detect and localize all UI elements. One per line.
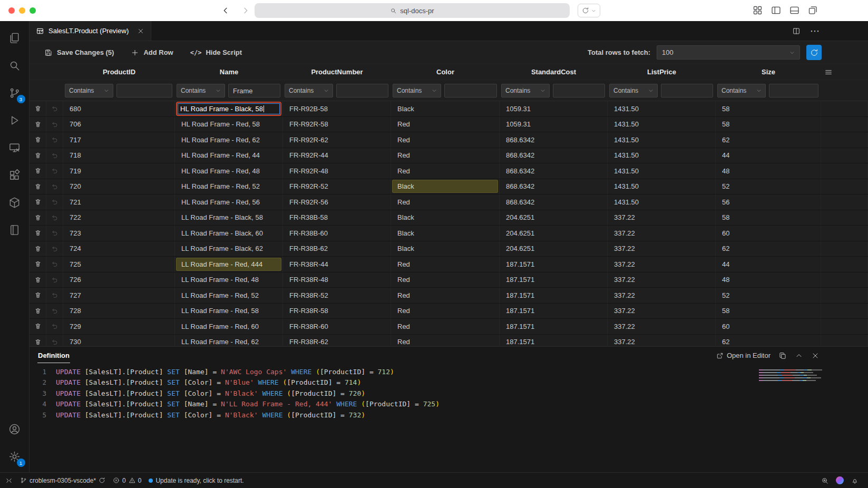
cell-name[interactable]: HL Road Frame - Red, 62 <box>175 132 283 148</box>
filter-operator-dropdown[interactable]: Contains <box>501 84 550 97</box>
extensions-grid-icon[interactable] <box>752 5 763 16</box>
cell-productnumber[interactable]: FR-R38B-62 <box>283 241 391 257</box>
cell-listprice[interactable]: 337.22 <box>608 304 716 319</box>
undo-row-button[interactable] <box>46 132 63 148</box>
table-row[interactable]: 724 LL Road Frame - Black, 62 FR-R38B-62… <box>30 241 868 257</box>
table-row[interactable]: 717 HL Road Frame - Red, 62 FR-R92R-62 R… <box>30 132 868 148</box>
minimize-window-button[interactable] <box>19 7 25 14</box>
cell-standardcost[interactable]: 187.1571 <box>500 335 608 347</box>
delete-row-button[interactable] <box>30 132 46 148</box>
cell-listprice[interactable]: 337.22 <box>608 210 716 226</box>
delete-row-button[interactable] <box>30 257 46 272</box>
table-row[interactable]: 729 LL Road Frame - Red, 60 FR-R38R-60 R… <box>30 319 868 335</box>
split-editor-icon[interactable] <box>792 27 801 35</box>
zoom-icon[interactable] <box>821 477 828 484</box>
cell-size[interactable]: 58 <box>716 117 821 132</box>
branch-indicator[interactable]: croblesm-0305-vscode* <box>20 477 105 484</box>
filter-input-size[interactable] <box>769 84 818 97</box>
cell-productid[interactable]: 722 <box>63 210 175 226</box>
run-debug-icon[interactable] <box>0 106 30 134</box>
cell-color[interactable]: Red <box>391 132 500 148</box>
cell-productnumber[interactable]: FR-R92R-44 <box>283 148 391 163</box>
cell-color[interactable]: Black <box>391 226 500 241</box>
browser-address-bar[interactable]: sql-docs-pr <box>255 3 570 18</box>
table-row[interactable]: 706 HL Road Frame - Red, 58 FR-R92R-58 R… <box>30 117 868 133</box>
more-actions-icon[interactable]: ⋯ <box>810 26 820 36</box>
delete-row-button[interactable] <box>30 163 46 179</box>
cell-listprice[interactable]: 337.22 <box>608 335 716 347</box>
cell-productnumber[interactable]: FR-R92R-62 <box>283 132 391 148</box>
fullscreen-window-button[interactable] <box>30 7 36 14</box>
extensions-icon[interactable] <box>0 161 30 189</box>
table-row[interactable]: 728 LL Road Frame - Red, 58 FR-R38R-58 R… <box>30 304 868 319</box>
chevron-up-icon[interactable] <box>795 352 803 360</box>
cell-productid[interactable]: 730 <box>63 335 175 347</box>
cell-listprice[interactable]: 337.22 <box>608 241 716 257</box>
remote-indicator[interactable] <box>5 477 13 484</box>
source-control-icon[interactable]: 3 <box>0 79 30 106</box>
cell-productid[interactable]: 727 <box>63 288 175 303</box>
cell-size[interactable]: 60 <box>716 226 821 241</box>
cell-color[interactable]: Red <box>391 117 500 132</box>
notebooks-icon[interactable] <box>0 216 30 243</box>
bell-icon[interactable] <box>851 477 859 484</box>
cell-color[interactable]: Red <box>391 288 500 303</box>
save-changes-button[interactable]: Save Changes (5) <box>44 48 114 57</box>
search-icon[interactable] <box>0 52 30 79</box>
tab-definition[interactable]: Definition <box>37 348 70 363</box>
filter-input-name[interactable] <box>228 84 280 97</box>
cell-listprice[interactable]: 337.22 <box>608 288 716 303</box>
table-row[interactable]: 718 HL Road Frame - Red, 44 FR-R92R-44 R… <box>30 148 868 164</box>
undo-row-button[interactable] <box>46 335 63 347</box>
cell-color[interactable]: Red <box>391 272 500 288</box>
delete-row-button[interactable] <box>30 288 46 303</box>
open-in-editor-button[interactable]: Open in Editor <box>716 352 771 359</box>
undo-row-button[interactable] <box>46 226 63 241</box>
cell-standardcost[interactable]: 868.6342 <box>500 194 608 210</box>
filter-input-color[interactable] <box>444 84 497 97</box>
filter-operator-dropdown[interactable]: Contains <box>285 84 333 97</box>
cell-size[interactable]: 62 <box>716 132 821 148</box>
cell-standardcost[interactable]: 187.1571 <box>500 319 608 334</box>
delete-row-button[interactable] <box>30 148 46 163</box>
cell-standardcost[interactable]: 868.6342 <box>500 132 608 148</box>
table-row[interactable]: 730 LL Road Frame - Red, 62 FR-R38R-62 R… <box>30 335 868 347</box>
column-menu-icon[interactable] <box>824 68 833 76</box>
hide-script-button[interactable]: </> Hide Script <box>190 48 242 56</box>
cell-productid[interactable]: 724 <box>63 241 175 257</box>
filter-operator-dropdown[interactable]: Contains <box>177 84 225 97</box>
table-row[interactable]: 727 LL Road Frame - Red, 52 FR-R38R-52 R… <box>30 288 868 304</box>
tab-salesltproduct[interactable]: SalesLT.Product (Preview) <box>30 21 151 41</box>
cell-name[interactable]: LL Road Frame - Black, 62 <box>175 241 283 257</box>
cell-color[interactable]: Black <box>391 241 500 257</box>
undo-row-button[interactable] <box>46 257 63 272</box>
delete-row-button[interactable] <box>30 319 46 334</box>
delete-row-button[interactable] <box>30 304 46 319</box>
downloads-icon[interactable] <box>789 5 800 16</box>
forward-icon[interactable] <box>239 4 252 17</box>
cell-standardcost[interactable]: 1059.31 <box>500 117 608 132</box>
cell-name[interactable]: HL Road Frame - Red, 48 <box>175 163 283 179</box>
update-indicator[interactable]: Update is ready, click to restart. <box>149 477 243 484</box>
cell-standardcost[interactable]: 187.1571 <box>500 288 608 303</box>
cell-name[interactable]: LL Road Frame - Red, 48 <box>175 272 283 288</box>
cell-name[interactable]: LL Road Frame - Red, 444 <box>175 257 283 272</box>
cell-listprice[interactable]: 337.22 <box>608 272 716 288</box>
cell-name[interactable]: LL Road Frame - Black, 60 <box>175 226 283 241</box>
column-header-size[interactable]: Size <box>716 64 821 80</box>
cell-productid[interactable]: 717 <box>63 132 175 148</box>
cell-name[interactable]: HL Road Frame - Red, 56 <box>175 194 283 210</box>
cell-listprice[interactable]: 1431.50 <box>608 179 716 194</box>
cell-productid[interactable]: 723 <box>63 226 175 241</box>
table-row[interactable]: 722 LL Road Frame - Black, 58 FR-R38B-58… <box>30 210 868 226</box>
cell-size[interactable]: 48 <box>716 163 821 179</box>
cell-size[interactable]: 52 <box>716 179 821 194</box>
cell-color[interactable]: Red <box>391 148 500 163</box>
tab-overview-icon[interactable] <box>807 5 818 16</box>
undo-row-button[interactable] <box>46 163 63 179</box>
cell-standardcost[interactable]: 868.6342 <box>500 148 608 163</box>
cell-size[interactable]: 44 <box>716 148 821 163</box>
cell-name[interactable]: HL Road Frame - Red, 58 <box>175 117 283 132</box>
cell-color[interactable]: Red <box>391 194 500 210</box>
cell-productnumber[interactable]: FR-R92R-56 <box>283 194 391 210</box>
